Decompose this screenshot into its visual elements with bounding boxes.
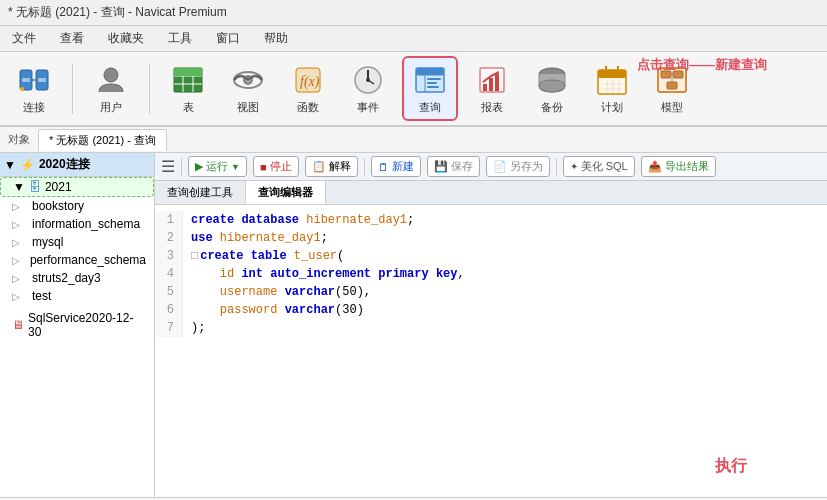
svg-rect-28 — [427, 86, 439, 88]
toolbar-schedule-label: 计划 — [601, 100, 623, 115]
menu-favorites[interactable]: 收藏夹 — [104, 28, 148, 49]
saveas-button[interactable]: 📄 另存为 — [486, 156, 550, 177]
toolbar-user[interactable]: 用户 — [85, 58, 137, 119]
toolbar-query[interactable]: 查询 — [402, 56, 458, 121]
toolbar-divider-2 — [149, 64, 150, 114]
toolbar-report[interactable]: 报表 — [466, 58, 518, 119]
sidebar: ▼ ⚡ 2020连接 ▼ 🗄 2021 ▷ bookstory ▷ inform… — [0, 153, 155, 497]
query-icon — [412, 62, 448, 98]
toolbar-schedule[interactable]: 计划 — [586, 58, 638, 119]
save-icon: 💾 — [434, 160, 448, 173]
code-line-6: 6 password varchar(30) — [155, 301, 827, 319]
new-query-button[interactable]: 🗒 新建 — [371, 156, 421, 177]
toolbar-function[interactable]: f(x) 函数 — [282, 58, 334, 119]
db-icon-2021: 🗄 — [29, 180, 41, 194]
run-icon: ▶ — [195, 160, 203, 173]
sidebar-db-2021[interactable]: ▼ 🗄 2021 — [0, 177, 154, 197]
toolbar-function-label: 函数 — [297, 100, 319, 115]
sidebar-db-bookstory[interactable]: ▷ bookstory — [0, 197, 154, 215]
db-label-info: information_schema — [32, 217, 140, 231]
db-label-perf: performance_schema — [30, 253, 146, 267]
toolbar-user-label: 用户 — [100, 100, 122, 115]
exec-annotation: 执行 — [715, 456, 747, 477]
object-label: 对象 — [8, 132, 30, 147]
explain-button[interactable]: 📋 解释 — [305, 156, 358, 177]
menu-window[interactable]: 窗口 — [212, 28, 244, 49]
db-label-test: test — [32, 289, 51, 303]
db-icon-test: ▷ — [12, 291, 20, 302]
tab-builder[interactable]: 查询创建工具 — [155, 181, 246, 204]
svg-rect-36 — [598, 70, 626, 78]
toolbar-query-label: 查询 — [419, 100, 441, 115]
svg-rect-46 — [673, 71, 683, 78]
beautify-label: 美化 SQL — [581, 159, 628, 174]
table-icon — [170, 62, 206, 98]
toolbar-table-label: 表 — [183, 100, 194, 115]
connection-icon: ⚡ — [20, 158, 35, 172]
svg-rect-12 — [174, 68, 202, 76]
beautify-button[interactable]: ✦ 美化 SQL — [563, 156, 635, 177]
db-label-struts: struts2_day3 — [32, 271, 101, 285]
connection-label: 2020连接 — [39, 156, 90, 173]
menu-file[interactable]: 文件 — [8, 28, 40, 49]
menu-bar: 文件 查看 收藏夹 工具 窗口 帮助 — [0, 26, 827, 52]
sidebar-db-test[interactable]: ▷ test — [0, 287, 154, 305]
toolbar-backup[interactable]: 备份 — [526, 58, 578, 119]
new-icon: 🗒 — [378, 161, 389, 173]
code-editor[interactable]: 1 create database hibernate_day1; 2 use … — [155, 205, 827, 497]
sidebar-sqlserver[interactable]: 🖥 SqlService2020-12-30 — [0, 309, 154, 341]
export-label: 导出结果 — [665, 159, 709, 174]
code-line-5: 5 username varchar(50), — [155, 283, 827, 301]
toolbar-event[interactable]: 事件 — [342, 58, 394, 119]
connection-expand-icon: ▼ — [4, 158, 16, 172]
menu-icon: ☰ — [161, 157, 175, 176]
toolbar-table[interactable]: 表 — [162, 58, 214, 119]
sidebar-db-performance[interactable]: ▷ performance_schema — [0, 251, 154, 269]
toolbar-divider-1 — [72, 64, 73, 114]
query-area: ☰ ▶ 运行 ▼ ■ 停止 📋 解释 🗒 新建 💾 保存 — [155, 153, 827, 497]
connect-icon — [16, 62, 52, 98]
tab-editor[interactable]: 查询编辑器 — [246, 181, 326, 204]
run-button[interactable]: ▶ 运行 ▼ — [188, 156, 247, 177]
db-icon-mysql: ▷ — [12, 237, 20, 248]
save-button[interactable]: 💾 保存 — [427, 156, 480, 177]
svg-rect-47 — [667, 82, 677, 89]
menu-view[interactable]: 查看 — [56, 28, 88, 49]
svg-rect-26 — [427, 78, 441, 80]
svg-rect-27 — [427, 82, 437, 84]
run-dropdown-icon: ▼ — [231, 162, 240, 172]
backup-icon — [534, 62, 570, 98]
code-line-2: 2 use hibernate_day1; — [155, 229, 827, 247]
db-label-bookstory: bookstory — [32, 199, 84, 213]
run-label: 运行 — [206, 159, 228, 174]
sidebar-db-struts[interactable]: ▷ struts2_day3 — [0, 269, 154, 287]
toolbar-event-label: 事件 — [357, 100, 379, 115]
toolbar-report-label: 报表 — [481, 100, 503, 115]
menu-tools[interactable]: 工具 — [164, 28, 196, 49]
sqlserver-icon: 🖥 — [12, 318, 24, 332]
schedule-icon — [594, 62, 630, 98]
export-button[interactable]: 📤 导出结果 — [641, 156, 716, 177]
toolbar-connect[interactable]: 连接 — [8, 58, 60, 119]
stop-label: 停止 — [270, 159, 292, 174]
event-icon — [350, 62, 386, 98]
report-icon — [474, 62, 510, 98]
db-icon-perf: ▷ — [12, 255, 20, 266]
svg-rect-45 — [661, 71, 671, 78]
function-icon: f(x) — [290, 62, 326, 98]
menu-help[interactable]: 帮助 — [260, 28, 292, 49]
sidebar-db-mysql[interactable]: ▷ mysql — [0, 233, 154, 251]
svg-rect-30 — [483, 84, 487, 91]
stop-button[interactable]: ■ 停止 — [253, 156, 299, 177]
toolbar-backup-label: 备份 — [541, 100, 563, 115]
title-bar: * 无标题 (2021) - 查询 - Navicat Premium — [0, 0, 827, 26]
toolbar-model[interactable]: 模型 — [646, 58, 698, 119]
sidebar-connection[interactable]: ▼ ⚡ 2020连接 — [0, 153, 154, 177]
query-tab-header[interactable]: * 无标题 (2021) - 查询 — [38, 129, 167, 151]
sidebar-db-information-schema[interactable]: ▷ information_schema — [0, 215, 154, 233]
code-line-4: 4 id int auto_increment primary key, — [155, 265, 827, 283]
view-icon — [230, 62, 266, 98]
user-icon — [93, 62, 129, 98]
title-text: * 无标题 (2021) - 查询 - Navicat Premium — [8, 4, 227, 21]
toolbar-view[interactable]: 视图 — [222, 58, 274, 119]
